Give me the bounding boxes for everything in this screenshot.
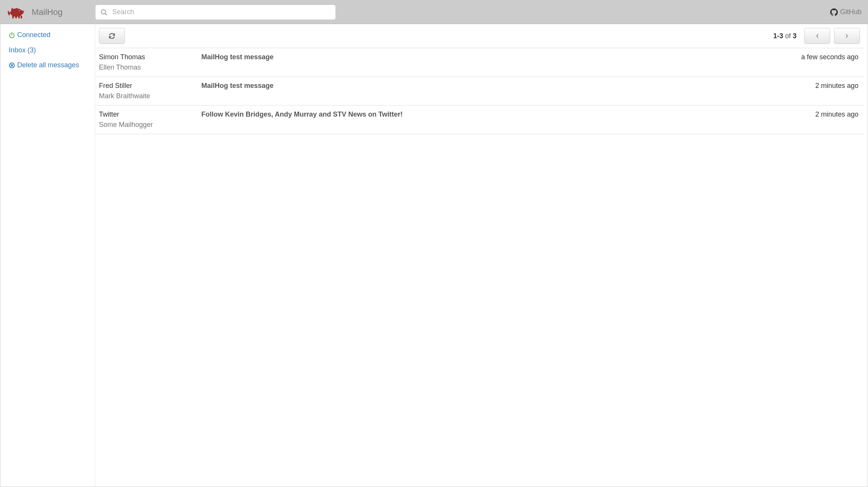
svg-rect-1 — [12, 16, 14, 18]
pager-info: 1-3 of 3 — [773, 32, 797, 40]
chevron-right-icon — [844, 33, 850, 39]
sidebar-inbox-label: Inbox (3) — [9, 46, 36, 55]
search-icon — [100, 9, 107, 16]
sidebar: Connected Inbox (3) Delete all messages — [0, 24, 95, 487]
pager-of: of — [785, 32, 791, 40]
svg-point-6 — [23, 10, 24, 11]
sidebar-inbox[interactable]: Inbox (3) — [9, 46, 89, 55]
message-row[interactable]: Fred StillerMark BraithwaiteMailHog test… — [95, 77, 864, 106]
svg-line-9 — [105, 13, 107, 15]
message-row[interactable]: TwitterSome MailhoggerFollow Kevin Bridg… — [95, 106, 864, 134]
message-time: 2 minutes ago — [815, 81, 858, 91]
message-to: Mark Braithwaite — [99, 91, 201, 101]
delete-icon — [9, 62, 15, 68]
top-navbar: MailHog GitHub — [0, 0, 868, 24]
brand[interactable]: MailHog — [6, 6, 95, 19]
message-row[interactable]: Simon ThomasEllen ThomasMailHog test mes… — [95, 48, 864, 77]
app-title: MailHog — [32, 7, 63, 17]
svg-point-7 — [19, 10, 20, 11]
message-to: Some Mailhogger — [99, 120, 201, 130]
svg-rect-4 — [21, 16, 22, 18]
sidebar-connected-label: Connected — [17, 31, 50, 39]
github-label: GitHub — [840, 8, 862, 16]
search-input[interactable] — [95, 5, 336, 20]
message-time: a few seconds ago — [801, 52, 858, 62]
github-icon — [830, 8, 838, 16]
refresh-icon — [108, 32, 115, 39]
svg-rect-3 — [18, 16, 20, 18]
sidebar-connected[interactable]: Connected — [9, 31, 89, 39]
message-list: Simon ThomasEllen ThomasMailHog test mes… — [95, 48, 864, 134]
pig-logo-icon — [6, 6, 26, 19]
refresh-button[interactable] — [99, 28, 125, 44]
power-icon — [9, 32, 15, 38]
message-subject: MailHog test message — [201, 52, 801, 62]
message-from: Fred Stiller — [99, 81, 201, 91]
pager-prev-button[interactable] — [804, 28, 830, 44]
search-wrap — [95, 5, 336, 20]
svg-rect-2 — [15, 16, 17, 18]
message-from: Simon Thomas — [99, 52, 201, 62]
sidebar-delete-all[interactable]: Delete all messages — [9, 61, 89, 70]
toolbar: 1-3 of 3 — [95, 24, 864, 48]
chevron-left-icon — [815, 33, 820, 39]
main-panel: 1-3 of 3 Simon ThomasEllen ThomasMailHog… — [95, 24, 868, 487]
pager-range: 1-3 — [773, 32, 783, 40]
message-subject: Follow Kevin Bridges, Andy Murray and ST… — [201, 109, 815, 120]
github-link[interactable]: GitHub — [830, 8, 862, 16]
message-time: 2 minutes ago — [815, 109, 858, 120]
pager-total: 3 — [793, 32, 797, 40]
pager-next-button[interactable] — [834, 28, 860, 44]
message-from: Twitter — [99, 109, 201, 120]
svg-point-8 — [101, 10, 105, 14]
message-subject: MailHog test message — [201, 81, 815, 91]
message-to: Ellen Thomas — [99, 62, 201, 73]
sidebar-delete-all-label: Delete all messages — [17, 61, 79, 70]
